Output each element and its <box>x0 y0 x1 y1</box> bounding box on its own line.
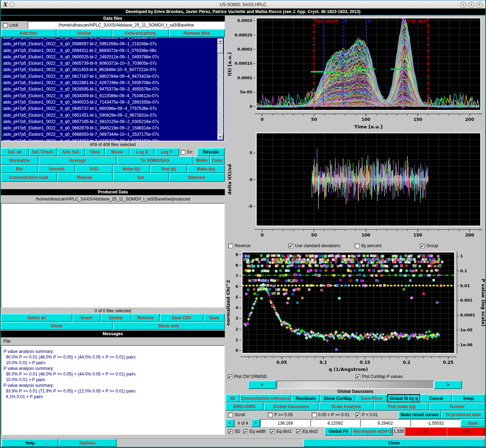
list-item[interactable]: aldo_pH7p5_Elution1_0022__It_q0_0600025-… <box>3 54 217 60</box>
concentration-load-button[interactable]: Concentration load <box>1 173 57 182</box>
detector-button[interactable]: Detector <box>169 173 225 182</box>
minimize-button[interactable]: ∨ <box>460 2 466 8</box>
eq-dist2-checkbox[interactable]: ✔Eq dist2 <box>296 429 324 434</box>
global-fit-button[interactable]: Global Fit <box>324 427 352 436</box>
err-checkbox[interactable]: Err <box>179 148 197 156</box>
select-all-button[interactable]: Select all <box>1 314 72 322</box>
chi2-pvalue-plot[interactable] <box>226 250 485 373</box>
set-button[interactable]: Set <box>113 173 169 182</box>
gaussian-scrollbar[interactable] <box>276 380 434 389</box>
scroll-thumb[interactable] <box>217 44 223 53</box>
list-item[interactable]: aldo_pH7p5_Elution1_0022__It_q0_0634309-… <box>3 93 217 99</box>
show-button[interactable]: Show <box>1 322 113 330</box>
save-csv-button[interactable]: Save CSV <box>160 314 204 322</box>
trial-make-iq-button[interactable]: Trial make I(q) <box>374 402 429 411</box>
maximize-button[interactable]: ∧ <box>468 2 474 8</box>
global-gaussians-button[interactable]: Global Gaussians <box>264 402 319 411</box>
add-files-button[interactable]: Add files <box>1 29 57 37</box>
reverse-checkbox[interactable]: Reverse <box>226 243 288 248</box>
save-plots-button[interactable]: Save Plots <box>356 394 387 402</box>
to-produced-data-button[interactable]: To produced data <box>441 411 485 419</box>
eq-dist1-checkbox[interactable]: ✔Eq dist1 <box>270 429 296 434</box>
lock-checkbox[interactable]: Lock <box>1 21 28 29</box>
list-item[interactable]: aldo_pH7p5_Elution1_0022__It_q0_0617167-… <box>3 73 217 80</box>
intensity-plot[interactable] <box>226 16 485 130</box>
residuals-button[interactable]: Residuals <box>291 394 320 402</box>
global-fit-by-q-button[interactable]: Global fit by q <box>387 394 420 402</box>
average-button[interactable]: Average <box>39 156 117 165</box>
gaussian-prev-button[interactable]: < <box>226 419 234 427</box>
guinier-button[interactable]: Guinier <box>429 402 485 411</box>
view-button[interactable]: View <box>85 148 105 156</box>
remove-button[interactable]: Remove <box>131 314 160 322</box>
normalize-button[interactable]: Normalize <box>1 156 39 165</box>
scroll-up-icon[interactable]: ▲ <box>217 39 223 44</box>
concentration-reference-button[interactable]: Concentration reference <box>240 394 291 402</box>
similar-button[interactable]: Similar <box>57 29 113 37</box>
produced-data-list[interactable] <box>1 203 225 308</box>
list-item[interactable]: aldo_pH7p5_Elution1_0022__It_q0_0611453-… <box>3 66 217 73</box>
rescale-button[interactable]: Rescale <box>197 148 225 156</box>
list-item[interactable]: aldo_pH7p5_Elution1_0022__It_q0_0588597-… <box>3 41 217 47</box>
test-it-button[interactable]: Test I(t) <box>150 165 188 173</box>
list-item[interactable]: aldo_pH7p5_Elution1_0022__It_q0_0651451-… <box>3 112 217 118</box>
svd-button[interactable]: SVD <box>75 165 113 173</box>
make-result-curves-button[interactable]: Make result curves <box>398 411 441 419</box>
p-lt-01-checkbox[interactable]: ✔P < 0.01 <box>356 412 398 417</box>
list-item[interactable]: aldo_pH7p5_Elution1_0022__It_q0_0657165-… <box>3 118 217 125</box>
repeak-button[interactable]: Repeak <box>57 173 113 182</box>
by-percent-checkbox[interactable]: By percent <box>355 243 420 248</box>
make-it-button[interactable]: Make I(t) <box>113 165 150 173</box>
close-button[interactable]: Close <box>303 439 485 447</box>
plot-chi2-checkbox[interactable]: ✔Plot Chi^2/RMSD <box>226 374 356 379</box>
fit-end-field[interactable]: 160 <box>446 427 485 436</box>
emg-gmg-button[interactable]: EMG+GMG <box>226 402 264 411</box>
concentrations-button[interactable]: Concentrations <box>112 29 169 37</box>
sel-all-button[interactable]: Sel. all <box>1 148 29 156</box>
scroll-down-icon[interactable]: ▼ <box>217 134 223 140</box>
width-button[interactable]: Width <box>194 156 210 165</box>
list-item[interactable]: aldo_pH7p5_Elution1_0022__It_q0_0674307-… <box>3 138 217 141</box>
group-checkbox[interactable]: ✔Group <box>420 243 485 248</box>
scroll-checkbox[interactable]: Scroll <box>226 412 268 417</box>
scroll-left-button[interactable]: < <box>248 380 276 389</box>
smooth-button[interactable]: Smooth <box>38 165 76 173</box>
similar-produced-button[interactable]: Similar <box>101 314 131 322</box>
to-somo-sas-button[interactable]: To SOMO/SAS <box>117 156 194 165</box>
keep-button[interactable]: Keep <box>452 394 485 402</box>
save-gaussian-button[interactable]: Save <box>461 419 485 427</box>
close-window-button[interactable]: ✕ <box>476 2 482 8</box>
show-only-button[interactable]: Show only <box>113 322 225 330</box>
sd-checkbox[interactable]: ✔SD <box>226 429 243 434</box>
movie-button[interactable]: Movie <box>105 148 130 156</box>
fit-start-field[interactable]: 50 <box>405 427 446 436</box>
make-iq-button[interactable]: Make I(q) <box>187 165 225 173</box>
adv-sel-button[interactable]: Adv. Sel. <box>57 148 85 156</box>
list-item[interactable]: aldo_pH7p5_Elution1_0022__It_q0_0645737-… <box>3 105 217 112</box>
list-item[interactable]: aldo_pH7p5_Elution1_0022__It_q0_0622881-… <box>3 80 217 86</box>
file-menu[interactable]: File <box>1 337 225 345</box>
gaussian-width-input[interactable]: 6.22092 <box>310 419 360 427</box>
list-item[interactable]: aldo_pH7p5_Elution1_0022__It_q0_0594311-… <box>3 47 217 54</box>
gaussian-center-input[interactable]: 136.169 <box>260 419 310 427</box>
log-y-button[interactable]: Log Y <box>154 148 179 156</box>
scroll-right-button[interactable]: > <box>434 380 462 389</box>
options-button[interactable]: Options <box>59 439 117 447</box>
bin-button[interactable]: Bin <box>1 165 38 173</box>
file-list-scrollbar[interactable]: ▲ ▼ <box>217 39 223 140</box>
use-sd-checkbox[interactable]: ✔Use standard deviations <box>288 243 355 248</box>
show-cormap-button[interactable]: Show CorMap <box>320 394 356 402</box>
scale-analysis-button[interactable]: Scale Analysis <box>319 402 374 411</box>
list-item[interactable]: aldo_pH7p5_Elution1_0022__It_q0_0640023-… <box>3 99 217 105</box>
list-item[interactable]: aldo_pH7p5_Elution1_0022__It_q0_0628595-… <box>3 86 217 92</box>
3d-button[interactable]: 3D <box>226 394 240 402</box>
plot-cormap-checkbox[interactable]: ✔Plot CorMap P values <box>356 374 485 379</box>
sel-unsel-button[interactable]: Sel. Unsel. <box>29 148 57 156</box>
recompute-nchi2-button[interactable]: Recompute nChi^2 <box>352 427 393 436</box>
color-button[interactable]: Color <box>210 156 225 165</box>
gaussian-next-button[interactable]: > <box>251 419 260 427</box>
p-mid-checkbox[interactable]: 0.05 > P >= 0.01 <box>312 412 356 417</box>
list-item[interactable]: aldo_pH7p5_Elution1_0022__It_q0_0668593-… <box>3 131 217 138</box>
remove-files-button[interactable]: Remove files <box>169 29 225 37</box>
list-item[interactable]: aldo_pH7p5_Elution1_0022__It_q0_0605739-… <box>3 60 217 66</box>
